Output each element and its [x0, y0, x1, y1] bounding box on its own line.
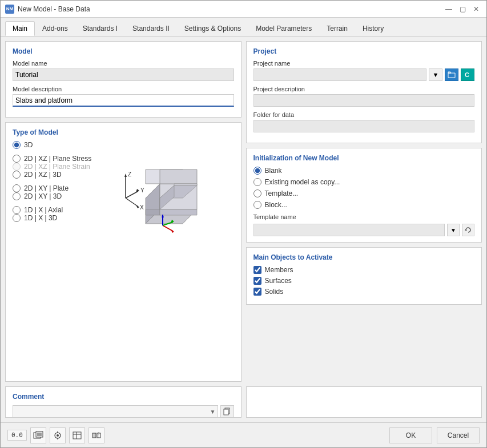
project-description-label: Project description — [253, 86, 475, 92]
comment-select[interactable] — [13, 405, 218, 418]
template-dropdown-btn[interactable]: ▼ — [447, 224, 460, 236]
template-name-label: Template name — [253, 213, 475, 220]
copy-icon — [223, 407, 231, 415]
comment-section: Comment ▼ — [5, 386, 242, 418]
coords-value: 0.0 — [11, 431, 23, 439]
main-objects-section: Main Objects to Activate Members Surface… — [246, 247, 482, 305]
bottom-btn-1[interactable] — [30, 427, 46, 443]
project-description-group: Project description — [253, 86, 475, 107]
model-section: Model Model name Model description — [5, 41, 242, 118]
bottom-btn-3[interactable] — [69, 427, 85, 443]
template-name-row: ▼ — [253, 224, 475, 236]
folder-for-data-group: Folder for data — [253, 111, 475, 132]
radio-1d-x-3d-input[interactable] — [13, 214, 21, 222]
radio-3d-input[interactable] — [13, 141, 21, 149]
project-folder-btn[interactable] — [445, 68, 458, 81]
tab-standards1[interactable]: Standards I — [75, 21, 125, 36]
tab-terrain[interactable]: Terrain — [319, 21, 355, 36]
comment-inner: ▼ — [13, 405, 234, 418]
svg-line-6 — [126, 191, 138, 198]
radio-2d-xz-strain-input[interactable] — [13, 163, 21, 171]
init-existing-label: Existing model as copy... — [265, 178, 340, 186]
bottom-icon-4 — [91, 431, 102, 440]
bottom-icon-2 — [53, 431, 63, 440]
radio-2d-xz-strain-label: 2D | XZ | Plane Strain — [24, 163, 90, 171]
project-name-label: Project name — [253, 60, 475, 67]
project-dropdown-btn[interactable]: ▼ — [429, 68, 442, 81]
radio-2d-xz-stress-label: 2D | XZ | Plane Stress — [24, 155, 91, 163]
folder-for-data-label: Folder for data — [253, 111, 475, 118]
window-controls: — ▢ ✕ — [443, 3, 482, 15]
title-bar: NM New Model - Base Data — ▢ ✕ — [1, 1, 486, 18]
type-model-radios: 3D 2D | XZ | Plane Stress 2D | XZ | Plan… — [13, 141, 92, 244]
window-title: New Model - Base Data — [18, 5, 443, 13]
model-description-group: Model description — [13, 86, 234, 107]
tab-model-parameters[interactable]: Model Parameters — [248, 21, 319, 36]
initialization-title: Initialization of New Model — [253, 154, 475, 162]
project-name-input[interactable] — [253, 68, 427, 81]
radio-2d-xy-3d-input[interactable] — [13, 192, 21, 200]
ok-button[interactable]: OK — [389, 427, 432, 443]
init-existing-input[interactable] — [253, 178, 261, 186]
svg-text:C: C — [465, 71, 469, 78]
radio-2d-xz-stress: 2D | XZ | Plane Stress — [13, 155, 92, 163]
model-name-label: Model name — [13, 60, 234, 67]
bottom-right: OK Cancel — [389, 427, 480, 443]
radio-2d-xy-plate-input[interactable] — [13, 184, 21, 192]
template-name-input[interactable] — [253, 224, 445, 236]
model-name-input[interactable] — [13, 68, 234, 81]
content-area: Model Model name Model description Type … — [1, 37, 486, 422]
bottom-btn-4[interactable] — [88, 427, 104, 443]
checkbox-surfaces: Surfaces — [253, 277, 475, 285]
comment-select-wrapper: ▼ — [13, 405, 218, 418]
comment-copy-button[interactable] — [220, 405, 234, 418]
checkbox-members: Members — [253, 266, 475, 274]
init-block-label: Block... — [265, 201, 287, 209]
checkbox-solids-input[interactable] — [253, 288, 261, 296]
folder-for-data-input[interactable] — [253, 120, 475, 132]
svg-point-35 — [57, 434, 59, 437]
template-refresh-btn[interactable] — [462, 224, 474, 236]
new-project-icon: C — [464, 71, 471, 78]
maximize-button[interactable]: ▢ — [457, 3, 468, 15]
project-new-btn[interactable]: C — [461, 68, 474, 81]
radio-1d-x-axial-input[interactable] — [13, 206, 21, 214]
bottom-icon-3 — [72, 431, 82, 440]
svg-marker-28 — [465, 229, 467, 231]
radio-2d-xz-stress-input[interactable] — [13, 155, 21, 163]
close-button[interactable]: ✕ — [470, 3, 482, 15]
init-block-input[interactable] — [253, 201, 261, 209]
init-blank-label: Blank — [265, 167, 282, 175]
project-name-input-row: ▼ C — [253, 68, 475, 81]
tab-history[interactable]: History — [355, 21, 391, 36]
project-description-input[interactable] — [253, 94, 475, 107]
tab-addons[interactable]: Add-ons — [35, 21, 75, 36]
tab-settings-options[interactable]: Settings & Options — [177, 21, 248, 36]
radio-1d-x-axial: 1D | X | Axial — [13, 206, 92, 214]
radio-2d-xz-3d-label: 2D | XZ | 3D — [24, 171, 62, 179]
bottom-btn-2[interactable] — [50, 427, 66, 443]
refresh-icon — [465, 227, 472, 233]
svg-marker-16 — [174, 184, 197, 185]
init-template-label: Template... — [265, 189, 299, 197]
radio-2d-xz-3d-input[interactable] — [13, 171, 21, 179]
tab-standards2[interactable]: Standards II — [125, 21, 177, 36]
init-template-input[interactable] — [253, 189, 261, 197]
tab-bar: Main Add-ons Standards I Standards II Se… — [1, 18, 486, 37]
cancel-button[interactable]: Cancel — [437, 427, 480, 443]
init-existing: Existing model as copy... — [253, 178, 475, 186]
minimize-button[interactable]: — — [443, 3, 454, 15]
model-description-input[interactable] — [13, 94, 234, 107]
radio-2d-xy-3d-label: 2D | XY | 3D — [24, 192, 62, 200]
bottom-bar: 0.0 — [1, 422, 486, 447]
svg-marker-18 — [160, 209, 197, 215]
tab-main[interactable]: Main — [5, 21, 35, 36]
svg-marker-13 — [160, 169, 197, 184]
model-name-group: Model name — [13, 60, 234, 81]
checkbox-surfaces-input[interactable] — [253, 277, 261, 285]
radio-1d-x-3d: 1D | X | 3D — [13, 214, 92, 222]
checkbox-members-label: Members — [265, 266, 293, 274]
right-comment-spacer — [246, 386, 482, 418]
checkbox-members-input[interactable] — [253, 266, 261, 274]
init-blank-input[interactable] — [253, 167, 261, 175]
